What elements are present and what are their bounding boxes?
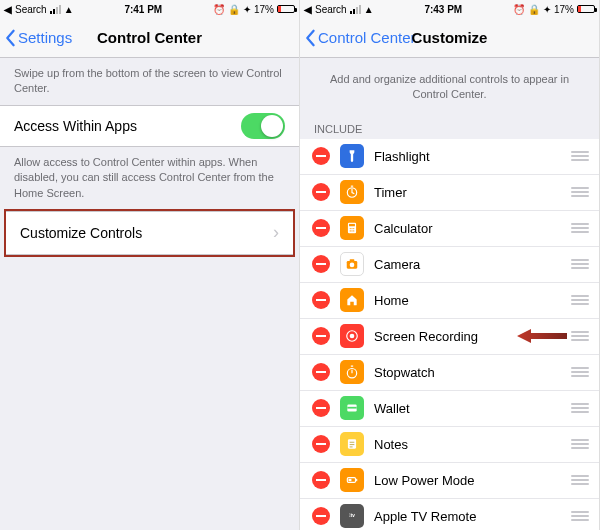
remove-button[interactable]	[312, 363, 330, 381]
row-label: Apple TV Remote	[374, 509, 571, 524]
nav-bar: Settings Control Center	[0, 18, 299, 58]
bluetooth-icon: ✦	[543, 4, 551, 15]
customize-label: Customize Controls	[20, 225, 273, 241]
include-row: Low Power Mode	[300, 463, 599, 499]
row-label: Screen Recording	[374, 329, 571, 344]
row-label: Stopwatch	[374, 365, 571, 380]
row-label: Timer	[374, 185, 571, 200]
screen-control-center: ◀ Search ▲ 7:41 PM ⏰ 🔒 ✦ 17% Settings Co…	[0, 0, 300, 530]
reorder-handle[interactable]	[571, 367, 589, 377]
reorder-handle[interactable]	[571, 259, 589, 269]
back-to-search-icon[interactable]: ◀	[4, 4, 12, 15]
reorder-handle[interactable]	[571, 511, 589, 521]
row-label: Home	[374, 293, 571, 308]
chevron-left-icon	[304, 29, 316, 47]
remote-icon	[340, 504, 364, 528]
intro-note: Swipe up from the bottom of the screen t…	[0, 58, 299, 105]
remove-button[interactable]	[312, 291, 330, 309]
include-row: Flashlight	[300, 139, 599, 175]
stopwatch-icon	[340, 360, 364, 384]
battery-icon	[577, 5, 595, 13]
back-label: Control Center	[318, 29, 416, 46]
access-note: Allow access to Control Center within ap…	[0, 147, 299, 209]
include-row: Calculator	[300, 211, 599, 247]
signal-icon	[50, 5, 61, 14]
reorder-handle[interactable]	[571, 151, 589, 161]
remove-button[interactable]	[312, 219, 330, 237]
calculator-icon	[340, 216, 364, 240]
reorder-handle[interactable]	[571, 223, 589, 233]
reorder-handle[interactable]	[571, 295, 589, 305]
customize-highlight: Customize Controls ›	[4, 209, 295, 257]
remove-button[interactable]	[312, 327, 330, 345]
reorder-handle[interactable]	[571, 475, 589, 485]
flashlight-icon	[340, 144, 364, 168]
status-bar: ◀ Search ▲ 7:43 PM ⏰ 🔒 ✦ 17%	[300, 0, 599, 18]
remove-button[interactable]	[312, 183, 330, 201]
include-row: Stopwatch	[300, 355, 599, 391]
screen-customize: ◀ Search ▲ 7:43 PM ⏰ 🔒 ✦ 17% Control Cen…	[300, 0, 600, 530]
include-row: Wallet	[300, 391, 599, 427]
battery-icon	[277, 5, 295, 13]
orientation-lock-icon: 🔒	[528, 4, 540, 15]
back-to-search-icon[interactable]: ◀	[304, 4, 312, 15]
wifi-icon: ▲	[364, 4, 374, 15]
remove-button[interactable]	[312, 471, 330, 489]
remove-button[interactable]	[312, 435, 330, 453]
row-label: Camera	[374, 257, 571, 272]
remove-button[interactable]	[312, 399, 330, 417]
include-row: Screen Recording	[300, 319, 599, 355]
back-button[interactable]: Control Center	[300, 29, 416, 47]
camera-icon	[340, 252, 364, 276]
reorder-handle[interactable]	[571, 439, 589, 449]
row-label: Notes	[374, 437, 571, 452]
back-button[interactable]: Settings	[0, 29, 72, 47]
access-within-apps-row: Access Within Apps	[0, 106, 299, 146]
include-row: Timer	[300, 175, 599, 211]
include-list: FlashlightTimerCalculatorCameraHomeScree…	[300, 139, 599, 530]
row-label: Flashlight	[374, 149, 571, 164]
nav-bar: Control Center Customize	[300, 18, 599, 58]
timer-icon	[340, 180, 364, 204]
chevron-right-icon: ›	[273, 222, 279, 243]
orientation-lock-icon: 🔒	[228, 4, 240, 15]
record-icon	[340, 324, 364, 348]
status-search[interactable]: Search	[315, 4, 347, 15]
signal-icon	[350, 5, 361, 14]
battery-pct: 17%	[554, 4, 574, 15]
remove-button[interactable]	[312, 147, 330, 165]
row-label: Low Power Mode	[374, 473, 571, 488]
status-bar: ◀ Search ▲ 7:41 PM ⏰ 🔒 ✦ 17%	[0, 0, 299, 18]
status-search[interactable]: Search	[15, 4, 47, 15]
customize-controls-row[interactable]: Customize Controls ›	[6, 212, 293, 254]
reorder-handle[interactable]	[571, 403, 589, 413]
battery-icon	[340, 468, 364, 492]
row-label: Calculator	[374, 221, 571, 236]
wallet-icon	[340, 396, 364, 420]
include-header: Include	[300, 117, 599, 139]
intro-note: Add and organize additional controls to …	[300, 58, 599, 117]
access-toggle[interactable]	[241, 113, 285, 139]
reorder-handle[interactable]	[571, 187, 589, 197]
notes-icon	[340, 432, 364, 456]
reorder-handle[interactable]	[571, 331, 589, 341]
home-icon	[340, 288, 364, 312]
remove-button[interactable]	[312, 507, 330, 525]
include-row: Home	[300, 283, 599, 319]
alarm-icon: ⏰	[213, 4, 225, 15]
status-time: 7:41 PM	[124, 4, 162, 15]
remove-button[interactable]	[312, 255, 330, 273]
alarm-icon: ⏰	[513, 4, 525, 15]
row-label: Wallet	[374, 401, 571, 416]
wifi-icon: ▲	[64, 4, 74, 15]
include-row: Notes	[300, 427, 599, 463]
chevron-left-icon	[4, 29, 16, 47]
back-label: Settings	[18, 29, 72, 46]
battery-pct: 17%	[254, 4, 274, 15]
access-label: Access Within Apps	[14, 118, 241, 134]
include-row: Camera	[300, 247, 599, 283]
bluetooth-icon: ✦	[243, 4, 251, 15]
include-row: Apple TV Remote	[300, 499, 599, 530]
status-time: 7:43 PM	[424, 4, 462, 15]
